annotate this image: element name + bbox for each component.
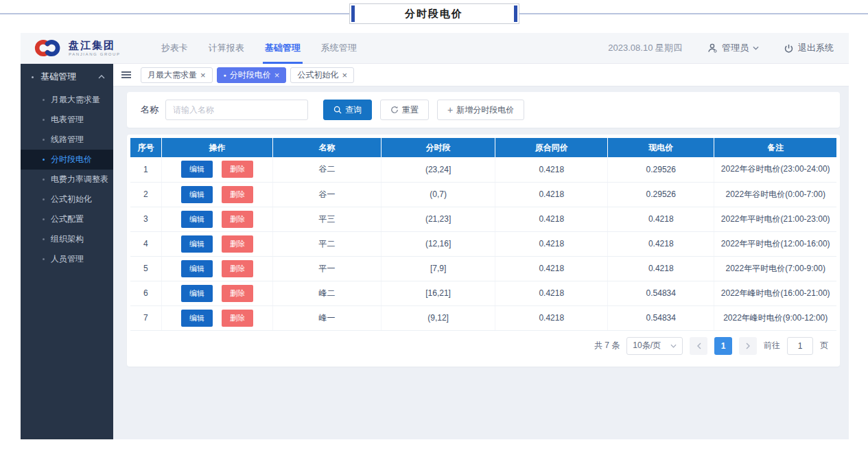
- cell-name: 平三: [273, 207, 381, 231]
- goto-page-input[interactable]: [787, 337, 813, 355]
- search-panel: 名称 查询: [127, 92, 840, 128]
- collapse-menu-icon[interactable]: [120, 69, 132, 81]
- edit-button[interactable]: 编辑: [181, 285, 213, 302]
- close-icon[interactable]: ×: [342, 71, 347, 80]
- bullet-icon: [43, 119, 45, 121]
- cell-index: 3: [130, 207, 161, 231]
- edit-button[interactable]: 编辑: [181, 211, 213, 228]
- cell-period: [7,9]: [381, 256, 495, 281]
- bullet-icon: [43, 178, 45, 181]
- cell-note: 2022年平时电价(7:00-9:00): [714, 256, 836, 281]
- caret-down-icon: [670, 344, 677, 348]
- price-table: 序号操作名称分时段原合同价现电价备注 1 编辑 删除: [130, 138, 836, 331]
- sidebar-item[interactable]: 月最大需求量: [21, 90, 113, 110]
- reset-label: 重置: [402, 104, 419, 116]
- column-header: 现电价: [608, 138, 714, 157]
- cell-contract-price: 0.4218: [495, 281, 608, 305]
- cell-period: (12,16]: [381, 231, 495, 256]
- sidebar-item-label: 组织架构: [51, 233, 84, 245]
- next-page-button[interactable]: [739, 337, 757, 355]
- tab[interactable]: ● 分时段电价 ×: [217, 67, 287, 83]
- cell-operations: 编辑 删除: [161, 256, 273, 281]
- app-window: 盘江集团 PANJIANG GROUP 抄表卡计算报表基础管理系统管理 2023…: [21, 33, 849, 439]
- edit-button[interactable]: 编辑: [181, 310, 213, 327]
- add-button[interactable]: + 新增分时段电价: [437, 100, 524, 120]
- header-right: 2023.08.10 星期四 管理员: [608, 42, 834, 54]
- cell-name: 峰二: [273, 281, 381, 305]
- page-number-button[interactable]: 1: [714, 337, 732, 355]
- delete-button[interactable]: 删除: [222, 285, 253, 302]
- cell-period: (21,23]: [381, 207, 495, 231]
- cell-name: 谷二: [273, 157, 381, 182]
- brand-logo[interactable]: 盘江集团 PANJIANG GROUP: [33, 38, 121, 58]
- cell-note: 2022年峰时电价(9:00-12:00): [714, 305, 836, 330]
- sidebar-item[interactable]: 公式初始化: [21, 189, 113, 209]
- cell-contract-price: 0.4218: [495, 182, 608, 207]
- delete-button[interactable]: 删除: [222, 211, 253, 228]
- cell-note: 2022年谷时电价(0:00-7:00): [714, 182, 836, 207]
- edit-button[interactable]: 编辑: [181, 260, 213, 277]
- delete-button[interactable]: 删除: [222, 186, 253, 203]
- sidebar-item[interactable]: 分时段电价: [21, 150, 113, 170]
- column-header: 名称: [273, 138, 381, 157]
- brand-text: 盘江集团 PANJIANG GROUP: [69, 40, 121, 57]
- cell-note: 2022年谷时电价(23:00-24:00): [714, 157, 836, 182]
- bullet-icon: [43, 159, 45, 161]
- delete-button[interactable]: 删除: [222, 310, 253, 327]
- nav-item[interactable]: 抄表卡: [151, 33, 198, 64]
- close-icon[interactable]: ×: [274, 71, 280, 80]
- edit-button[interactable]: 编辑: [181, 235, 213, 253]
- query-button[interactable]: 查询: [323, 100, 372, 120]
- cell-current-price: 0.54834: [608, 305, 714, 330]
- chevron-right-icon: [746, 343, 751, 349]
- edit-button[interactable]: 编辑: [181, 161, 213, 178]
- user-icon: [707, 43, 718, 54]
- sidebar-item[interactable]: 组织架构: [21, 229, 113, 249]
- sidebar-item-label: 公式配置: [51, 213, 84, 225]
- reset-button[interactable]: 重置: [380, 100, 429, 120]
- logout-button[interactable]: 退出系统: [784, 42, 834, 54]
- bullet-icon: [43, 99, 45, 101]
- tab[interactable]: ● 公式初始化 ×: [290, 67, 354, 83]
- add-label: 新增分时段电价: [456, 104, 514, 116]
- tab[interactable]: ● 月最大需求量 ×: [141, 67, 213, 83]
- nav-item[interactable]: 系统管理: [311, 33, 367, 64]
- close-icon[interactable]: ×: [200, 71, 206, 80]
- cell-index: 4: [130, 231, 161, 256]
- sidebar-item-label: 线路管理: [51, 134, 84, 146]
- column-header: 原合同价: [495, 138, 608, 157]
- user-menu[interactable]: 管理员: [707, 42, 759, 54]
- cell-current-price: 0.54834: [608, 281, 714, 305]
- sidebar-item[interactable]: 人员管理: [21, 249, 113, 269]
- sidebar-group-basic-mgmt[interactable]: 基础管理: [21, 64, 113, 90]
- table-row: 4 编辑 删除 平二 (12,16] 0.4218 0.4218: [130, 231, 836, 256]
- cell-current-price: 0.29526: [608, 182, 714, 207]
- cell-period: (9,12]: [381, 305, 495, 330]
- annotation-callout: 分时段电价: [0, 0, 868, 29]
- delete-button[interactable]: 删除: [222, 235, 253, 253]
- cell-contract-price: 0.4218: [495, 305, 608, 330]
- sidebar-item-label: 电费力率调整表: [51, 174, 108, 185]
- sidebar-item[interactable]: 公式配置: [21, 209, 113, 229]
- sidebar-group-label: 基础管理: [40, 71, 98, 83]
- header-date: 2023.08.10 星期四: [608, 42, 682, 54]
- cell-contract-price: 0.4218: [495, 231, 608, 256]
- prev-page-button[interactable]: [690, 337, 707, 355]
- sidebar-item[interactable]: 电表管理: [21, 110, 113, 130]
- refresh-icon: [390, 106, 399, 114]
- cell-name: 峰一: [273, 305, 381, 330]
- pagination: 共 7 条 10条/页: [130, 331, 836, 361]
- delete-button[interactable]: 删除: [222, 161, 253, 178]
- sidebar-item[interactable]: 电费力率调整表: [21, 170, 113, 189]
- name-input[interactable]: [165, 100, 308, 120]
- delete-button[interactable]: 删除: [222, 260, 253, 277]
- nav-item[interactable]: 基础管理: [255, 33, 311, 64]
- active-tab-dot-icon: ●: [224, 73, 226, 78]
- edit-button[interactable]: 编辑: [181, 186, 213, 203]
- total-count: 共 7 条: [594, 340, 620, 351]
- sidebar-item[interactable]: 线路管理: [21, 130, 113, 150]
- page-size-select[interactable]: 10条/页: [626, 337, 683, 355]
- nav-item[interactable]: 计算报表: [198, 33, 255, 64]
- cell-current-price: 0.4218: [608, 207, 714, 231]
- sidebar-item-label: 人员管理: [51, 253, 84, 265]
